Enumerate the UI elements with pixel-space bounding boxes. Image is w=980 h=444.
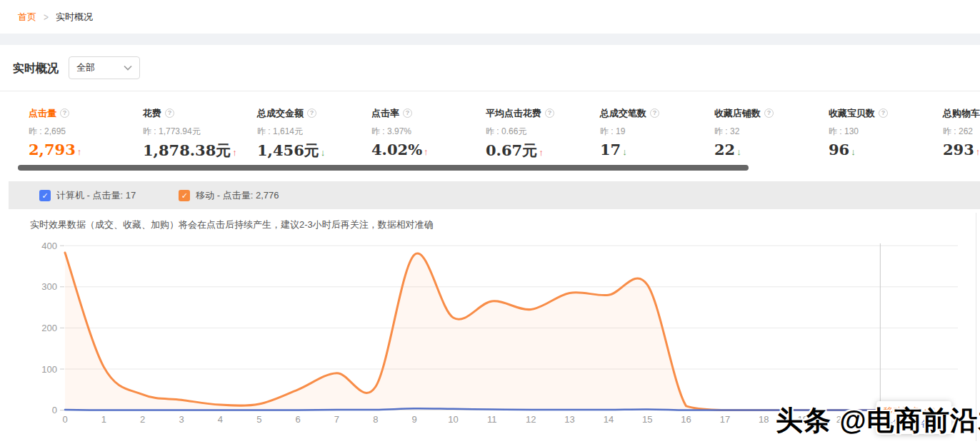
svg-text:1: 1 [101, 414, 106, 425]
svg-text:0: 0 [62, 414, 67, 425]
metrics-row: 点击量?昨 : 2,6952,793↑花费?昨 : 1,773.94元1,878… [29, 107, 980, 161]
metric-label: 收藏宝贝数 [829, 107, 875, 120]
trend-arrow-icon: ↓ [622, 146, 627, 157]
breadcrumb: 首页 > 实时概况 [18, 11, 93, 24]
svg-text:200: 200 [41, 323, 57, 333]
help-icon[interactable]: ? [60, 109, 69, 118]
svg-text:9: 9 [412, 414, 417, 425]
metric-value: 1,878.38元↑ [143, 141, 257, 161]
page-title: 实时概况 [13, 61, 59, 76]
svg-text:10: 10 [448, 414, 458, 425]
metric-label: 平均点击花费 [486, 107, 541, 120]
trend-arrow-icon: ↑ [77, 146, 82, 157]
metric-card[interactable]: 总成交笔数?昨 : 1917↓ [600, 107, 714, 161]
svg-text:17: 17 [720, 414, 730, 425]
metric-label: 总购物车 [943, 107, 980, 120]
metric-yesterday: 昨 : 2,695 [29, 126, 143, 138]
metric-yesterday: 昨 : 1,614元 [257, 126, 371, 138]
help-icon[interactable]: ? [650, 109, 659, 118]
svg-text:100: 100 [41, 364, 57, 375]
metric-value: 22↓ [714, 141, 829, 158]
metric-label: 总成交金额 [257, 107, 304, 120]
svg-text:4: 4 [218, 414, 223, 425]
metric-label: 总成交笔数 [600, 107, 646, 120]
metric-label: 收藏店铺数 [714, 107, 761, 120]
metric-value: 4.02%↑ [371, 141, 486, 158]
metric-yesterday: 昨 : 0.66元 [486, 126, 600, 138]
svg-text:16: 16 [681, 414, 691, 425]
trend-arrow-icon: ↑ [424, 146, 429, 157]
metric-value: 1,456元↓ [257, 141, 371, 161]
realtime-data-notice: 实时效果数据（成交、收藏、加购）将会在点击后持续产生，建议2-3小时后再关注，数… [30, 218, 434, 231]
metric-card[interactable]: 点击率?昨 : 3.97%4.02%↑ [371, 107, 486, 161]
svg-text:0: 0 [52, 405, 57, 415]
metric-card[interactable]: 收藏店铺数?昨 : 3222↓ [714, 107, 829, 161]
help-icon[interactable]: ? [879, 109, 888, 118]
metric-yesterday: 昨 : 1,773.94元 [143, 126, 257, 138]
metric-card[interactable]: 平均点击花费?昨 : 0.66元0.67元↑ [486, 107, 600, 161]
scope-select[interactable]: 全部 [69, 56, 140, 79]
legend-label: 计算机 - 点击量: 17 [56, 189, 136, 202]
trend-arrow-icon: ↓ [736, 146, 741, 157]
metric-value: 2,793↑ [29, 141, 143, 158]
svg-text:6: 6 [295, 414, 300, 425]
trend-arrow-icon: ↑ [539, 147, 544, 158]
breadcrumb-home-link[interactable]: 首页 [18, 11, 36, 24]
svg-text:18: 18 [759, 414, 769, 425]
metric-yesterday: 昨 : 262 [943, 126, 980, 138]
metric-label: 点击量 [29, 107, 56, 120]
watermark-text: 头条 @电商前沿君 [776, 403, 980, 439]
help-icon[interactable]: ? [764, 109, 774, 118]
help-icon[interactable]: ? [545, 109, 554, 118]
metric-value: 96↓ [829, 141, 943, 158]
svg-text:400: 400 [41, 241, 57, 251]
svg-text:8: 8 [373, 414, 378, 425]
chevron-down-icon [124, 65, 132, 71]
svg-text:11: 11 [487, 414, 497, 425]
top-bar: 首页 > 实时概况 [0, 0, 980, 34]
chevron-right-icon: > [44, 11, 49, 24]
breadcrumb-current: 实时概况 [56, 11, 93, 24]
checkbox-checked-icon[interactable]: ✓ [39, 190, 51, 201]
svg-text:14: 14 [604, 414, 614, 425]
metrics-scrollbar[interactable] [18, 165, 749, 171]
legend-checkbox-mobile[interactable]: ✓移动 - 点击量: 2,776 [179, 189, 279, 202]
svg-text:3: 3 [179, 414, 184, 425]
help-icon[interactable]: ? [165, 109, 174, 118]
metric-yesterday: 昨 : 3.97% [371, 126, 486, 138]
trend-arrow-icon: ↑ [232, 147, 237, 158]
help-icon[interactable]: ? [403, 109, 412, 118]
legend-label: 移动 - 点击量: 2,776 [196, 189, 279, 202]
legend-checkbox-computer[interactable]: ✓计算机 - 点击量: 17 [39, 189, 136, 202]
metric-card[interactable]: 收藏宝贝数?昨 : 13096↓ [829, 107, 943, 161]
metric-value: 0.67元↑ [486, 141, 600, 161]
svg-text:300: 300 [41, 281, 57, 292]
metric-value: 293↑ [943, 141, 980, 158]
trend-arrow-icon: ↓ [851, 146, 856, 157]
metric-yesterday: 昨 : 19 [600, 126, 714, 138]
trend-arrow-icon: ↓ [321, 147, 326, 158]
realtime-overview-page: 首页 > 实时概况 实时概况 全部 点击量?昨 : 2,6952,793↑花费?… [0, 0, 980, 444]
metric-label: 花费 [143, 107, 161, 120]
checkbox-checked-icon[interactable]: ✓ [179, 190, 190, 201]
svg-text:13: 13 [564, 414, 574, 425]
svg-text:15: 15 [642, 414, 652, 425]
legend-band: ✓计算机 - 点击量: 17✓移动 - 点击量: 2,776 [9, 181, 980, 209]
metric-yesterday: 昨 : 32 [714, 126, 829, 138]
scope-select-value: 全部 [76, 61, 124, 74]
help-icon[interactable]: ? [307, 109, 316, 118]
svg-text:5: 5 [256, 414, 261, 425]
metric-card[interactable]: 总成交金额?昨 : 1,614元1,456元↓ [257, 107, 371, 161]
trend-arrow-icon: ↑ [976, 146, 980, 157]
svg-text:7: 7 [334, 414, 339, 425]
metric-card[interactable]: 总购物车?昨 : 262293↑ [943, 107, 980, 161]
metric-label: 点击率 [371, 107, 399, 120]
metric-yesterday: 昨 : 130 [829, 126, 943, 138]
metric-card[interactable]: 花费?昨 : 1,773.94元1,878.38元↑ [143, 107, 257, 161]
header-divider [0, 91, 980, 91]
svg-text:12: 12 [526, 414, 536, 425]
metric-value: 17↓ [600, 141, 714, 158]
svg-text:2: 2 [140, 414, 145, 425]
metric-card[interactable]: 点击量?昨 : 2,6952,793↑ [29, 107, 143, 161]
section-divider-band [0, 34, 980, 45]
